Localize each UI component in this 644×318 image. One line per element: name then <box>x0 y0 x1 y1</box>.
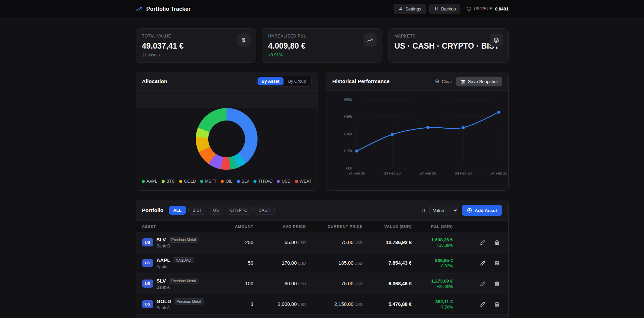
allocation-legend: AAPL BTC GOLD MSFT OIL SLV THYAO USD WEA… <box>136 179 318 184</box>
avg-price-currency: USD <box>298 261 306 265</box>
table-row: US SLV Precious Metal Bank B 200 65.00US… <box>136 232 508 253</box>
sort-arrows-icon[interactable] <box>421 208 426 213</box>
portfolio-filters: ALL BIST US CRYPTO CASH <box>169 206 275 215</box>
legend-dot <box>277 180 280 183</box>
edit-button[interactable] <box>478 237 488 247</box>
filter-chip-all[interactable]: ALL <box>169 206 186 215</box>
dollar-icon: $ <box>237 33 250 47</box>
clear-button[interactable]: Clear <box>435 79 452 84</box>
backup-button[interactable]: Backup <box>429 4 460 14</box>
amount-cell: 100 <box>230 281 253 286</box>
assets-count: 11 assets <box>142 53 250 57</box>
sort-select[interactable]: Value <box>429 206 458 215</box>
trending-up-icon <box>364 33 377 47</box>
avg-price-value: 2,000.00 <box>278 301 297 307</box>
top-bar: Portfolio Tracker Settings <box>0 0 644 18</box>
delete-button[interactable] <box>492 258 502 268</box>
legend-dot <box>162 180 165 183</box>
current-price-value: 75.00 <box>341 240 353 245</box>
current-price-currency: USD <box>354 241 363 245</box>
edit-button[interactable] <box>478 299 488 309</box>
asset-symbol: SLV <box>157 237 166 242</box>
settings-button[interactable]: Settings <box>394 4 426 14</box>
filter-chip-bist[interactable]: BIST <box>188 206 207 215</box>
pnl-percent: +8.91% <box>268 53 376 57</box>
svg-text:24 Feb 26: 24 Feb 26 <box>384 171 401 175</box>
current-price-cell: 75.00USD <box>306 240 363 245</box>
avg-price-value: 65.00 <box>285 240 297 245</box>
add-asset-button[interactable]: Add Asset <box>462 205 502 216</box>
allocation-toggle: By Asset By Group <box>256 76 312 87</box>
legend-label: GOLD <box>184 179 196 184</box>
asset-symbol: GOLD <box>157 298 171 304</box>
current-price-value: 185.00 <box>339 260 353 266</box>
fx-value: 0.8491 <box>495 6 509 11</box>
legend-dot <box>179 180 182 183</box>
col-asset: ASSET <box>142 224 230 229</box>
legend-label: THYAO <box>258 179 272 184</box>
panels-row: Allocation By Asset By Group AAPL BTC GO… <box>136 72 509 191</box>
legend-label: OIL <box>225 179 232 184</box>
avg-price-currency: USD <box>298 241 306 245</box>
pnl-cell: 382,11 € +7.50% <box>412 299 453 310</box>
filter-chip-us[interactable]: US <box>209 206 223 215</box>
pnl-cell: 636,85 € +8.82% <box>412 258 453 268</box>
stat-label: TOTAL VALUE <box>142 34 250 38</box>
value-cell: 12.736,92 € <box>363 240 412 245</box>
legend-label: BTC <box>166 179 175 184</box>
markets-card: MARKETS US · CASH · CRYPTO · BIST <box>388 28 509 63</box>
history-panel: Historical Performance Clear <box>326 72 509 191</box>
svg-text:24 Feb 26: 24 Feb 26 <box>490 171 507 175</box>
legend-dot <box>221 180 224 183</box>
pnl-amount: 382,11 € <box>412 299 453 304</box>
current-price-value: 2,150.00 <box>334 301 353 307</box>
legend-label: MSFT <box>205 179 216 184</box>
legend-item: MSFT <box>200 179 216 184</box>
legend-label: SLV <box>242 179 249 184</box>
col-avg-price: AVG PRICE <box>253 224 306 229</box>
save-snapshot-button[interactable]: Save Snapshot <box>456 77 502 86</box>
delete-button[interactable] <box>492 237 502 247</box>
avg-price-value: 170.00 <box>282 260 297 266</box>
avg-price-currency: USD <box>298 282 306 286</box>
current-price-currency: USD <box>354 261 363 265</box>
svg-text:24 Feb 26: 24 Feb 26 <box>455 171 472 175</box>
app-title: Portfolio Tracker <box>146 6 191 12</box>
markets-list: US · CASH · CRYPTO · BIST <box>395 42 502 51</box>
filter-chip-crypto[interactable]: CRYPTO <box>226 206 252 215</box>
legend-item: WEAT <box>295 179 312 184</box>
svg-text:24 Feb 26: 24 Feb 26 <box>348 171 365 175</box>
current-price-currency: USD <box>354 282 363 286</box>
asset-subtitle: Apple <box>157 264 194 269</box>
svg-text:€45k: €45k <box>344 115 352 119</box>
legend-dot <box>237 180 240 183</box>
stat-cards: TOTAL VALUE 49.037,41 € 11 assets $ UNRE… <box>136 28 509 63</box>
pnl-value: 4.009,80 € <box>268 42 376 51</box>
refresh-icon[interactable] <box>466 6 471 11</box>
pnl-percent: +25.00% <box>412 284 453 289</box>
plus-circle-icon <box>467 208 472 213</box>
filter-chip-cash[interactable]: CASH <box>254 206 275 215</box>
asset-tag: Precious Metal <box>169 237 199 243</box>
asset-subtitle: Bank B <box>157 244 199 248</box>
backup-label: Backup <box>441 6 456 11</box>
current-price-cell: 185.00USD <box>306 260 363 266</box>
legend-item: GOLD <box>179 179 196 184</box>
stat-label: MARKETS <box>395 34 502 38</box>
table-row: US SLV Precious Metal Bank A 100 60.00US… <box>136 273 508 294</box>
col-current-price: CURRENT PRICE <box>306 224 363 229</box>
pnl-percent: +7.50% <box>412 305 453 310</box>
edit-button[interactable] <box>478 258 488 268</box>
legend-item: OIL <box>221 179 232 184</box>
toggle-by-asset[interactable]: By Asset <box>258 77 284 85</box>
delete-button[interactable] <box>492 299 502 309</box>
up-down-arrows-icon <box>434 6 439 11</box>
delete-button[interactable] <box>492 279 502 289</box>
toggle-by-group[interactable]: By Group <box>284 77 310 85</box>
legend-label: WEAT <box>300 179 312 184</box>
avg-price-value: 60.00 <box>285 281 297 286</box>
asset-tag: NASDAQ <box>173 257 194 263</box>
unrealised-pnl-card: UNREALISED P&L 4.009,80 € +8.91% <box>262 28 382 63</box>
current-price-cell: 2,150.00USD <box>306 301 363 307</box>
edit-button[interactable] <box>478 279 488 289</box>
